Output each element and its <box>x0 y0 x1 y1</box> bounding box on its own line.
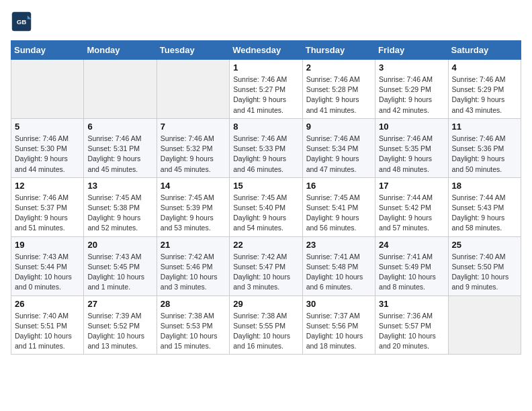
logo-icon: GB <box>11 11 32 32</box>
calendar-cell: 17Sunrise: 7:44 AM Sunset: 5:42 PM Dayli… <box>375 177 448 236</box>
day-number: 29 <box>233 299 298 309</box>
calendar-cell: 14Sunrise: 7:45 AM Sunset: 5:39 PM Dayli… <box>157 177 229 236</box>
calendar-body: 1Sunrise: 7:46 AM Sunset: 5:27 PM Daylig… <box>11 60 521 355</box>
day-info: Sunrise: 7:44 AM Sunset: 5:42 PM Dayligh… <box>379 193 444 234</box>
day-number: 24 <box>379 240 444 250</box>
day-info: Sunrise: 7:38 AM Sunset: 5:55 PM Dayligh… <box>233 311 298 352</box>
day-number: 17 <box>379 181 444 191</box>
weekday-monday: Monday <box>84 41 157 60</box>
calendar-cell: 25Sunrise: 7:40 AM Sunset: 5:50 PM Dayli… <box>448 236 521 295</box>
day-number: 25 <box>452 240 517 250</box>
calendar-cell: 24Sunrise: 7:41 AM Sunset: 5:49 PM Dayli… <box>375 236 448 295</box>
calendar-cell <box>448 295 521 355</box>
calendar-cell: 11Sunrise: 7:46 AM Sunset: 5:36 PM Dayli… <box>448 118 521 177</box>
day-number: 28 <box>161 299 226 309</box>
calendar-cell: 5Sunrise: 7:46 AM Sunset: 5:30 PM Daylig… <box>11 118 84 177</box>
calendar-cell: 16Sunrise: 7:45 AM Sunset: 5:41 PM Dayli… <box>302 177 375 236</box>
day-number: 15 <box>233 181 298 191</box>
day-info: Sunrise: 7:40 AM Sunset: 5:51 PM Dayligh… <box>15 311 80 352</box>
calendar-cell <box>11 60 84 119</box>
calendar-cell: 29Sunrise: 7:38 AM Sunset: 5:55 PM Dayli… <box>230 295 302 355</box>
day-number: 30 <box>306 299 371 309</box>
day-info: Sunrise: 7:46 AM Sunset: 5:29 PM Dayligh… <box>452 75 517 116</box>
week-row-1: 1Sunrise: 7:46 AM Sunset: 5:27 PM Daylig… <box>11 60 521 119</box>
day-number: 14 <box>161 181 226 191</box>
calendar-cell: 19Sunrise: 7:43 AM Sunset: 5:44 PM Dayli… <box>11 236 84 295</box>
weekday-tuesday: Tuesday <box>157 41 229 60</box>
weekday-thursday: Thursday <box>302 41 375 60</box>
day-number: 1 <box>233 62 298 73</box>
day-number: 3 <box>379 62 444 73</box>
calendar-cell: 12Sunrise: 7:46 AM Sunset: 5:37 PM Dayli… <box>11 177 84 236</box>
day-number: 23 <box>306 240 371 250</box>
day-info: Sunrise: 7:46 AM Sunset: 5:30 PM Dayligh… <box>15 134 80 175</box>
calendar-cell: 26Sunrise: 7:40 AM Sunset: 5:51 PM Dayli… <box>11 295 84 355</box>
week-row-5: 26Sunrise: 7:40 AM Sunset: 5:51 PM Dayli… <box>11 295 521 355</box>
week-row-2: 5Sunrise: 7:46 AM Sunset: 5:30 PM Daylig… <box>11 118 521 177</box>
day-info: Sunrise: 7:45 AM Sunset: 5:38 PM Dayligh… <box>87 193 152 234</box>
day-number: 26 <box>15 299 80 309</box>
day-number: 27 <box>87 299 152 309</box>
day-info: Sunrise: 7:45 AM Sunset: 5:39 PM Dayligh… <box>161 193 226 234</box>
day-number: 2 <box>306 62 371 73</box>
week-row-3: 12Sunrise: 7:46 AM Sunset: 5:37 PM Dayli… <box>11 177 521 236</box>
calendar-cell: 21Sunrise: 7:42 AM Sunset: 5:46 PM Dayli… <box>157 236 229 295</box>
weekday-sunday: Sunday <box>11 41 84 60</box>
svg-text:GB: GB <box>17 18 27 26</box>
calendar-cell: 22Sunrise: 7:42 AM Sunset: 5:47 PM Dayli… <box>230 236 302 295</box>
calendar-cell: 8Sunrise: 7:46 AM Sunset: 5:33 PM Daylig… <box>230 118 302 177</box>
calendar-cell: 7Sunrise: 7:46 AM Sunset: 5:32 PM Daylig… <box>157 118 229 177</box>
day-number: 8 <box>233 122 298 132</box>
calendar-cell: 13Sunrise: 7:45 AM Sunset: 5:38 PM Dayli… <box>84 177 157 236</box>
day-number: 5 <box>15 122 80 132</box>
calendar-cell: 15Sunrise: 7:45 AM Sunset: 5:40 PM Dayli… <box>230 177 302 236</box>
logo: GB <box>11 11 35 32</box>
day-info: Sunrise: 7:46 AM Sunset: 5:31 PM Dayligh… <box>87 134 152 175</box>
day-info: Sunrise: 7:46 AM Sunset: 5:37 PM Dayligh… <box>15 193 80 234</box>
day-info: Sunrise: 7:41 AM Sunset: 5:48 PM Dayligh… <box>306 252 371 293</box>
day-number: 19 <box>15 240 80 250</box>
calendar-cell: 6Sunrise: 7:46 AM Sunset: 5:31 PM Daylig… <box>84 118 157 177</box>
page-header: GB <box>11 11 521 32</box>
day-info: Sunrise: 7:41 AM Sunset: 5:49 PM Dayligh… <box>379 252 444 293</box>
calendar-cell <box>157 60 229 119</box>
calendar-cell: 23Sunrise: 7:41 AM Sunset: 5:48 PM Dayli… <box>302 236 375 295</box>
calendar-cell: 20Sunrise: 7:43 AM Sunset: 5:45 PM Dayli… <box>84 236 157 295</box>
day-info: Sunrise: 7:46 AM Sunset: 5:32 PM Dayligh… <box>161 134 226 175</box>
day-info: Sunrise: 7:38 AM Sunset: 5:53 PM Dayligh… <box>161 311 226 352</box>
day-info: Sunrise: 7:46 AM Sunset: 5:28 PM Dayligh… <box>306 75 371 116</box>
day-number: 20 <box>87 240 152 250</box>
day-number: 21 <box>161 240 226 250</box>
day-info: Sunrise: 7:46 AM Sunset: 5:36 PM Dayligh… <box>452 134 517 175</box>
day-info: Sunrise: 7:37 AM Sunset: 5:56 PM Dayligh… <box>306 311 371 352</box>
day-info: Sunrise: 7:44 AM Sunset: 5:43 PM Dayligh… <box>452 193 517 234</box>
day-number: 13 <box>87 181 152 191</box>
day-info: Sunrise: 7:43 AM Sunset: 5:45 PM Dayligh… <box>87 252 152 293</box>
day-number: 12 <box>15 181 80 191</box>
calendar-table: SundayMondayTuesdayWednesdayThursdayFrid… <box>11 40 521 355</box>
calendar-cell: 9Sunrise: 7:46 AM Sunset: 5:34 PM Daylig… <box>302 118 375 177</box>
calendar-header: SundayMondayTuesdayWednesdayThursdayFrid… <box>11 41 521 60</box>
week-row-4: 19Sunrise: 7:43 AM Sunset: 5:44 PM Dayli… <box>11 236 521 295</box>
day-info: Sunrise: 7:45 AM Sunset: 5:40 PM Dayligh… <box>233 193 298 234</box>
day-info: Sunrise: 7:36 AM Sunset: 5:57 PM Dayligh… <box>379 311 444 352</box>
weekday-header-row: SundayMondayTuesdayWednesdayThursdayFrid… <box>11 41 521 60</box>
weekday-saturday: Saturday <box>448 41 521 60</box>
day-info: Sunrise: 7:43 AM Sunset: 5:44 PM Dayligh… <box>15 252 80 293</box>
day-number: 16 <box>306 181 371 191</box>
calendar-cell <box>84 60 157 119</box>
calendar-cell: 18Sunrise: 7:44 AM Sunset: 5:43 PM Dayli… <box>448 177 521 236</box>
day-number: 7 <box>161 122 226 132</box>
day-info: Sunrise: 7:45 AM Sunset: 5:41 PM Dayligh… <box>306 193 371 234</box>
calendar-cell: 3Sunrise: 7:46 AM Sunset: 5:29 PM Daylig… <box>375 60 448 119</box>
day-number: 22 <box>233 240 298 250</box>
day-info: Sunrise: 7:40 AM Sunset: 5:50 PM Dayligh… <box>452 252 517 293</box>
calendar-cell: 10Sunrise: 7:46 AM Sunset: 5:35 PM Dayli… <box>375 118 448 177</box>
calendar-cell: 28Sunrise: 7:38 AM Sunset: 5:53 PM Dayli… <box>157 295 229 355</box>
day-info: Sunrise: 7:46 AM Sunset: 5:29 PM Dayligh… <box>379 75 444 116</box>
day-info: Sunrise: 7:42 AM Sunset: 5:46 PM Dayligh… <box>161 252 226 293</box>
calendar-cell: 30Sunrise: 7:37 AM Sunset: 5:56 PM Dayli… <box>302 295 375 355</box>
day-info: Sunrise: 7:46 AM Sunset: 5:33 PM Dayligh… <box>233 134 298 175</box>
day-number: 11 <box>452 122 517 132</box>
day-number: 9 <box>306 122 371 132</box>
